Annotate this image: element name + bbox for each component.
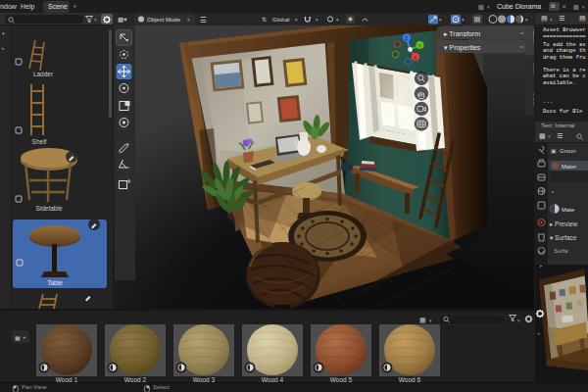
- svg-text:Z: Z: [405, 35, 408, 41]
- svg-text:▸ Transform: ▸ Transform: [444, 30, 480, 37]
- svg-text:Sidetable: Sidetable: [35, 205, 62, 212]
- svg-text:▩▾: ▩▾: [118, 16, 127, 23]
- svg-text:▾ Surface: ▾ Surface: [550, 234, 577, 241]
- svg-text:▣: ▣: [551, 148, 557, 154]
- svg-text:Global: Global: [272, 17, 289, 23]
- svg-text:Tool: Tool: [532, 62, 535, 74]
- svg-text:View: View: [532, 92, 535, 106]
- svg-text:Mater: Mater: [562, 164, 576, 170]
- svg-text:Item: Item: [532, 29, 535, 42]
- svg-text:Table: Table: [47, 279, 63, 286]
- svg-text:▸ Preview: ▸ Preview: [550, 220, 577, 227]
- svg-text:☰: ☰: [200, 16, 207, 24]
- svg-text:Groun: Groun: [560, 148, 576, 154]
- svg-text:▦: ▦: [419, 317, 426, 323]
- svg-text:▦: ▦: [15, 335, 21, 341]
- svg-text:=: =: [520, 44, 524, 50]
- svg-text:Shelf: Shelf: [32, 138, 47, 145]
- svg-text:=: =: [520, 30, 524, 36]
- svg-text:▾ Properties: ▾ Properties: [444, 44, 481, 52]
- svg-text:Ladder: Ladder: [33, 71, 54, 77]
- svg-text:▪: ▪: [552, 189, 554, 195]
- svg-text:+: +: [23, 334, 26, 340]
- svg-text:Surfa: Surfa: [554, 248, 568, 254]
- svg-text:Object Mode: Object Mode: [147, 17, 181, 23]
- svg-text:Mate: Mate: [562, 207, 575, 213]
- svg-text:⇅: ⇅: [262, 17, 267, 23]
